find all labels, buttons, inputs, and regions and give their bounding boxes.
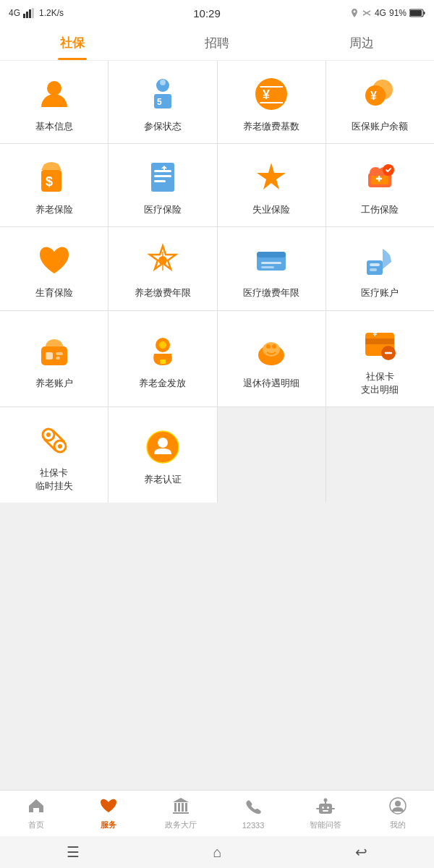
svg-rect-45 — [56, 357, 60, 359]
grid-item-yiliao-zhanghu[interactable]: 医疗账户 — [326, 227, 434, 310]
shiye-baoxian-icon — [251, 157, 292, 197]
grid-item-canbao-zhuangtai[interactable]: 5 参保状态 — [109, 61, 216, 143]
sys-home-btn[interactable]: ⌂ — [213, 844, 221, 861]
nav-service[interactable]: 服务 — [72, 791, 145, 836]
svg-text:5: 5 — [157, 97, 162, 107]
tab-shebao[interactable]: 社保 — [0, 26, 145, 60]
status-bar: 4G 1.2K/s 10:29 4G 91% — [0, 0, 434, 26]
grid-item-yanglao-baoxian[interactable]: $ 养老保险 — [0, 144, 108, 226]
svg-rect-70 — [182, 803, 184, 812]
yanglao-renzheng-label: 养老认证 — [144, 473, 182, 486]
top-nav-tabs: 社保 招聘 周边 — [0, 26, 434, 61]
jiben-xinxi-label: 基本信息 — [35, 120, 73, 133]
svg-rect-74 — [322, 807, 324, 809]
svg-rect-8 — [410, 10, 422, 16]
nav-phone[interactable]: 12333 — [217, 791, 289, 836]
tab-zhoubian[interactable]: 周边 — [289, 26, 434, 60]
tuixiu-daiyou-icon — [251, 331, 292, 371]
svg-point-52 — [272, 344, 276, 349]
svg-rect-37 — [261, 262, 281, 264]
sys-back-btn[interactable]: ↩ — [355, 843, 367, 861]
svg-rect-44 — [56, 352, 63, 355]
svg-rect-42 — [41, 346, 67, 365]
person-circle-icon — [388, 796, 407, 818]
tab-zhaopin[interactable]: 招聘 — [145, 26, 289, 60]
svg-point-14 — [255, 78, 287, 110]
svg-point-12 — [160, 80, 166, 85]
robot-icon — [316, 796, 335, 818]
svg-rect-25 — [154, 175, 171, 177]
grid-item-yanglao-jishu[interactable]: ¥ 养老缴费基数 — [218, 61, 326, 143]
shengyu-baoxian-icon — [34, 240, 75, 281]
svg-rect-24 — [154, 170, 171, 172]
grid-item-yanglao-zhanghu[interactable]: 养老账户 — [0, 311, 108, 407]
svg-rect-75 — [327, 807, 329, 809]
nav-ai[interactable]: 智能问答 — [289, 791, 362, 836]
grid-item-yiliao-baoxian[interactable]: 医疗保险 — [109, 144, 216, 226]
yanglao-jishu-label: 养老缴费基数 — [243, 120, 299, 133]
grid-item-yanglao-nianxian[interactable]: 养老缴费年限 — [109, 227, 216, 310]
grid-item-shiye-baoxian[interactable]: 失业保险 — [218, 144, 326, 226]
svg-point-62 — [46, 433, 51, 437]
grid-item-jiben-xinxi[interactable]: 基本信息 — [0, 61, 108, 143]
yanglao-renzheng-icon — [142, 427, 183, 467]
battery-icon — [409, 9, 425, 17]
nav-hall[interactable]: 政务大厅 — [145, 791, 217, 836]
svg-point-51 — [266, 344, 271, 349]
grid-empty-2 — [326, 407, 434, 503]
svg-rect-54 — [365, 339, 394, 344]
grid-item-shengyu-baoxian[interactable]: 生育保险 — [0, 227, 108, 310]
yanglao-jishu-icon: ¥ — [251, 74, 292, 114]
svg-rect-68 — [174, 803, 176, 812]
yanglao-zhanghu-icon — [34, 331, 75, 371]
nav-hall-label: 政务大厅 — [165, 820, 197, 830]
svg-rect-38 — [261, 266, 274, 268]
home-icon — [27, 796, 46, 818]
nav-ai-label: 智能问答 — [310, 820, 341, 830]
svg-text:¥: ¥ — [263, 88, 270, 102]
network-text: 4G — [375, 8, 386, 18]
grid-item-yanglao-fafa[interactable]: 养老金发放 — [109, 311, 216, 407]
location-icon — [350, 9, 359, 17]
svg-rect-72 — [173, 812, 189, 814]
yiliao-zhanghu-icon — [359, 240, 400, 281]
gongshang-baoxian-label: 工伤保险 — [361, 203, 399, 216]
yanglao-nianxian-icon — [142, 240, 183, 281]
phone-icon — [244, 798, 263, 820]
shebao-ka-guashi-icon — [34, 420, 75, 461]
grid-item-yibao-yue[interactable]: ¥ 医保账户余额 — [326, 61, 434, 143]
nav-home[interactable]: 首页 — [0, 791, 72, 836]
yibao-yue-icon: ¥ — [359, 74, 400, 114]
grid-item-yanglao-renzheng[interactable]: 养老认证 — [109, 407, 216, 503]
svg-rect-26 — [154, 180, 166, 182]
svg-rect-39 — [367, 260, 383, 275]
svg-text:¥: ¥ — [370, 90, 377, 102]
svg-point-9 — [47, 81, 61, 95]
nav-mine[interactable]: 我的 — [362, 791, 434, 836]
grid-item-shebao-ka-zhichu[interactable]: ¥ 社保卡 支出明细 — [326, 311, 434, 407]
svg-rect-40 — [370, 263, 380, 266]
svg-point-63 — [58, 444, 62, 448]
grid-item-tuixiu-daiyou[interactable]: 退休待遇明细 — [218, 311, 326, 407]
shebao-ka-zhichu-label: 社保卡 支出明细 — [361, 370, 399, 396]
shiye-baoxian-label: 失业保险 — [252, 203, 290, 216]
yiliao-baoxian-icon — [142, 157, 183, 197]
yiliao-baoxian-label: 医疗保险 — [144, 203, 182, 216]
grid-item-shebao-ka-guashi[interactable]: 社保卡 临时挂失 — [0, 407, 108, 503]
svg-text:$: $ — [46, 174, 53, 189]
main-content: 基本信息 5 参保状态 ¥ 养老 — [0, 61, 434, 790]
signal-icon — [23, 8, 36, 18]
svg-point-82 — [395, 801, 401, 807]
grid-item-yiliao-nianxian[interactable]: 医疗缴费年限 — [218, 227, 326, 310]
svg-rect-2 — [29, 9, 31, 18]
nav-home-label: 首页 — [28, 820, 44, 830]
grid-item-gongshang-baoxian[interactable]: 工伤保险 — [326, 144, 434, 226]
svg-text:¥: ¥ — [372, 328, 378, 339]
time-display: 10:29 — [193, 7, 221, 20]
sys-menu-btn[interactable]: ☰ — [67, 843, 80, 861]
svg-rect-36 — [257, 252, 286, 258]
svg-rect-71 — [185, 803, 187, 812]
svg-rect-7 — [423, 12, 425, 14]
yibao-yue-label: 医保账户余额 — [352, 120, 408, 133]
yanglao-baoxian-label: 养老保险 — [35, 203, 73, 216]
